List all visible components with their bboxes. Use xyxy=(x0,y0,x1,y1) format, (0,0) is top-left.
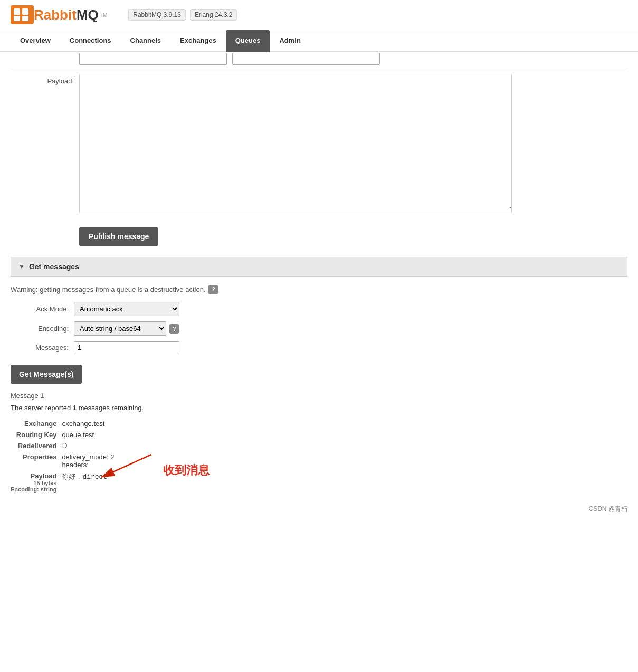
main-content: Payload: Publish message ▼ Get messages … xyxy=(0,52,638,494)
nav-channels[interactable]: Channels xyxy=(121,30,171,52)
payload-result-value: 收到消息 你好，direct xyxy=(62,470,114,494)
exchange-label: Exchange xyxy=(11,418,62,429)
annotation-text: 收到消息 xyxy=(163,462,210,478)
svg-rect-1 xyxy=(14,8,20,15)
payload-label: Payload: xyxy=(11,75,79,85)
payload-result-key: Payload 15 bytes Encoding: string xyxy=(11,470,62,494)
ack-mode-label: Ack Mode: xyxy=(11,305,74,313)
collapse-triangle-icon[interactable]: ▼ xyxy=(18,263,25,270)
header: RabbitMQTM RabbitMQ 3.9.13 Erlang 24.3.2 xyxy=(0,0,638,30)
logo-tm: TM xyxy=(100,12,107,18)
routing-key-row: Routing Key queue.test xyxy=(11,429,114,440)
warning-text: Warning: getting messages from a queue i… xyxy=(11,285,627,294)
publish-message-button[interactable]: Publish message xyxy=(79,227,158,246)
payload-result-row: Payload 15 bytes Encoding: string xyxy=(11,470,114,494)
properties-label: Properties xyxy=(11,451,62,470)
encoding-help-icon[interactable]: ? xyxy=(169,324,179,334)
encoding-select[interactable]: Auto string / base64 base64 xyxy=(74,321,166,336)
partial-top-row xyxy=(11,52,627,68)
payload-form-row: Payload: xyxy=(11,71,627,216)
partial-input-2[interactable] xyxy=(232,53,380,65)
server-info: The server reported 1 messages remaining… xyxy=(11,404,627,412)
exchange-value: exchange.test xyxy=(62,418,114,429)
nav-queues[interactable]: Queues xyxy=(226,30,270,52)
redelivered-row: Redelivered xyxy=(11,440,114,451)
help-icon[interactable]: ? xyxy=(208,285,218,294)
redelivered-value xyxy=(62,440,114,451)
logo-icon xyxy=(11,5,34,24)
payload-encoding-text: Encoding: string xyxy=(11,486,56,493)
get-messages-section-header: ▼ Get messages xyxy=(11,257,627,277)
redelivered-label: Redelivered xyxy=(11,440,62,451)
rabbitmq-version-badge: RabbitMQ 3.9.13 xyxy=(128,9,186,21)
svg-rect-0 xyxy=(11,5,34,24)
logo: RabbitMQTM xyxy=(11,5,107,24)
payload-textarea[interactable] xyxy=(79,75,512,212)
get-messages-title: Get messages xyxy=(29,262,79,271)
redelivered-circle-icon xyxy=(62,443,67,448)
svg-rect-2 xyxy=(22,8,28,15)
arrow-annotation: 收到消息 xyxy=(93,452,210,481)
partial-input-1[interactable] xyxy=(79,53,227,65)
publish-button-container: Publish message xyxy=(11,222,627,257)
svg-rect-3 xyxy=(14,16,20,21)
ack-mode-select[interactable]: Automatic ack Nack message requeue true … xyxy=(74,302,179,316)
nav-admin[interactable]: Admin xyxy=(270,30,310,52)
message-detail-table: Exchange exchange.test Routing Key queue… xyxy=(11,418,114,494)
messages-input[interactable] xyxy=(74,341,179,354)
logo-rabbit: Rabbit xyxy=(34,7,77,23)
version-badges: RabbitMQ 3.9.13 Erlang 24.3.2 xyxy=(128,9,237,21)
get-messages-button[interactable]: Get Message(s) xyxy=(11,365,82,384)
routing-key-label: Routing Key xyxy=(11,429,62,440)
remaining-text: messages remaining. xyxy=(79,404,144,412)
svg-line-6 xyxy=(101,455,151,477)
remaining-count: 1 xyxy=(73,404,77,412)
svg-rect-4 xyxy=(22,16,28,21)
logo-mq: MQ xyxy=(77,7,99,23)
annotation-arrow-svg xyxy=(93,452,157,481)
message-number: Message 1 xyxy=(11,392,627,400)
erlang-version-badge: Erlang 24.3.2 xyxy=(190,9,237,21)
ack-mode-row: Ack Mode: Automatic ack Nack message req… xyxy=(11,302,627,316)
server-info-text: The server reported xyxy=(11,404,71,412)
message-result: Message 1 The server reported 1 messages… xyxy=(11,392,627,494)
payload-bytes-text: 15 bytes xyxy=(11,480,56,486)
nav-overview[interactable]: Overview xyxy=(11,30,60,52)
routing-key-value: queue.test xyxy=(62,429,114,440)
encoding-label: Encoding: xyxy=(11,325,74,333)
warning-message: Warning: getting messages from a queue i… xyxy=(11,286,205,294)
nav-exchanges[interactable]: Exchanges xyxy=(170,30,226,52)
encoding-row: Encoding: Auto string / base64 base64 ? xyxy=(11,321,627,336)
messages-label: Messages: xyxy=(11,344,74,352)
payload-key-text: Payload xyxy=(11,472,56,480)
main-nav: Overview Connections Channels Exchanges … xyxy=(0,30,638,52)
messages-row: Messages: xyxy=(11,341,627,354)
nav-connections[interactable]: Connections xyxy=(60,30,121,52)
exchange-row: Exchange exchange.test xyxy=(11,418,114,429)
footer-watermark: CSDN @青朽 xyxy=(0,499,638,519)
